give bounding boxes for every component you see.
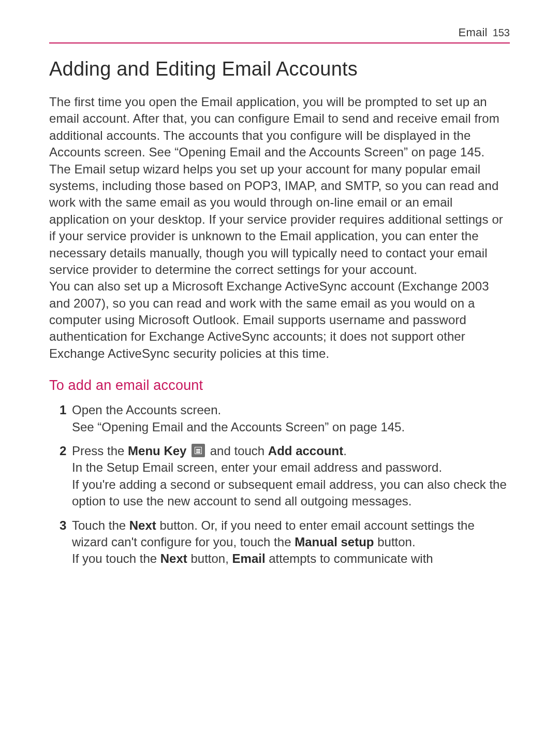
page-title: Adding and Editing Email Accounts [49, 58, 510, 80]
step-text: If you touch the [72, 551, 160, 565]
step-number: 1 [60, 402, 66, 418]
step-1: 1 Open the Accounts screen. See “Opening… [60, 402, 510, 435]
step-text: button. [374, 535, 416, 549]
body-paragraph-3: You can also set up a Microsoft Exchange… [49, 278, 510, 362]
next-label: Next [129, 518, 156, 532]
manual-setup-label: Manual setup [295, 535, 374, 549]
step-text: button, [187, 551, 232, 565]
step-2: 2 Press the Menu Key and touch Add accou… [60, 443, 510, 510]
menu-key-icon [192, 444, 205, 457]
step-number: 2 [60, 443, 66, 459]
add-account-label: Add account [268, 444, 343, 458]
step-text: Touch the [72, 518, 129, 532]
step-3: 3 Touch the Next button. Or, if you need… [60, 517, 510, 568]
step-text: If you're adding a second or subsequent … [72, 476, 510, 510]
steps-list: 1 Open the Accounts screen. See “Opening… [49, 402, 510, 568]
running-header: Email 153 [49, 26, 510, 43]
step-text: Press the [72, 444, 128, 458]
page-number: 153 [493, 27, 510, 39]
next-label: Next [160, 551, 187, 565]
body-paragraph-2: The Email setup wizard helps you set up … [49, 161, 510, 279]
step-text: In the Setup Email screen, enter your em… [72, 459, 510, 476]
step-text: . [343, 444, 347, 458]
step-text: See “Opening Email and the Accounts Scre… [72, 419, 510, 435]
manual-page: Email 153 Adding and Editing Email Accou… [0, 0, 559, 756]
step-text: If you touch the Next button, Email atte… [72, 550, 510, 567]
step-text: attempts to communicate with [266, 551, 433, 565]
step-text: Open the Accounts screen. [72, 402, 510, 418]
menu-key-label: Menu Key [128, 444, 186, 458]
step-number: 3 [60, 517, 66, 534]
email-app-label: Email [232, 551, 266, 565]
section-label: Email [459, 26, 488, 39]
body-paragraph-1: The first time you open the Email applic… [49, 94, 510, 161]
subheading: To add an email account [49, 377, 510, 394]
step-text: and touch [207, 444, 268, 458]
